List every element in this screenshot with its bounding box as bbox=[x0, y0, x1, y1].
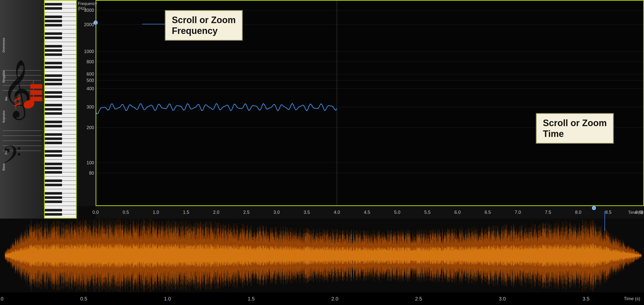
soprano-label: Soprano bbox=[2, 111, 6, 123]
time-label-spec-5.0: 5.0 bbox=[394, 210, 400, 215]
time-label-bottom-2.5: 2.5 bbox=[415, 296, 422, 302]
spectrogram-panel[interactable]: Frequency (Hz) 3000200010008006005004003… bbox=[77, 0, 644, 219]
time-label-spec-7.0: 7.0 bbox=[515, 210, 521, 215]
time-label-spec-2.5: 2.5 bbox=[243, 210, 250, 215]
time-label-spec-2.0: 2.0 bbox=[213, 210, 219, 215]
freq-label-100: 100 bbox=[87, 160, 94, 165]
bass-label: Bass bbox=[2, 163, 6, 171]
time-label-spec-3.0: 3.0 bbox=[273, 210, 280, 215]
time-label-bottom-3.0: 3.0 bbox=[499, 296, 506, 302]
time-label-spec-1.5: 1.5 bbox=[183, 210, 189, 215]
bottom-section: Time (s) 0.00.51.01.52.02.53.03.5 bbox=[0, 219, 644, 305]
waveform-display bbox=[0, 219, 644, 292]
time-axis-spectrogram[interactable]: Time (s) 0.00.51.01.52.02.53.03.54.04.55… bbox=[96, 206, 644, 219]
vertical-labels-container: Overtones Singable No Soprano Fo Bass bbox=[0, 0, 15, 219]
freq-label-80: 80 bbox=[89, 170, 94, 176]
piano-canvas[interactable] bbox=[44, 0, 77, 219]
time-label-bottom-3.5: 3.5 bbox=[583, 296, 590, 302]
time-label-spec-3.5: 3.5 bbox=[304, 210, 310, 215]
piano-panel: 𝄞 𝄢 ♯ Overtones bbox=[0, 0, 77, 219]
freq-label-2000: 2000 bbox=[84, 22, 94, 27]
main-container: 𝄞 𝄢 ♯ Overtones bbox=[0, 0, 644, 305]
frequency-tooltip-text: Scroll or Zoom Frequency bbox=[172, 15, 236, 36]
time-label-bottom-0.0: 0.0 bbox=[0, 296, 4, 302]
time-axis-bottom: Time (s) 0.00.51.01.52.02.53.03.5 bbox=[0, 292, 644, 305]
frequency-trace-path bbox=[96, 104, 337, 114]
time-label-spec-7.5: 7.5 bbox=[545, 210, 551, 215]
frequency-axis[interactable]: Frequency (Hz) 3000200010008006005004003… bbox=[77, 0, 96, 206]
time-unit-bottom: Time (s) bbox=[624, 296, 640, 301]
time-label-spec-6.5: 6.5 bbox=[485, 210, 491, 215]
no-label: No bbox=[5, 97, 8, 101]
time-label-spec-8.0: 8.0 bbox=[575, 210, 581, 215]
freq-label-200: 200 bbox=[87, 125, 94, 130]
time-pointer-dot bbox=[592, 206, 596, 210]
time-label-spec-0.0: 0.0 bbox=[92, 210, 99, 215]
singable-label: Singable bbox=[2, 70, 6, 83]
red-bar-2 bbox=[30, 90, 42, 95]
freq-label-1000: 1000 bbox=[84, 49, 94, 54]
time-label-bottom-0.5: 0.5 bbox=[80, 296, 87, 302]
time-label-spec-4.5: 4.5 bbox=[364, 210, 370, 215]
time-label-spec-1.0: 1.0 bbox=[153, 210, 159, 215]
time-label-spec-6.0: 6.0 bbox=[454, 210, 461, 215]
freq-label-600: 600 bbox=[87, 72, 94, 77]
time-label-spec-0.5: 0.5 bbox=[123, 210, 129, 215]
time-label-bottom-1.0: 1.0 bbox=[164, 296, 171, 302]
red-bar-3 bbox=[30, 97, 42, 101]
red-bar-1 bbox=[30, 84, 42, 89]
fo-label: Fo bbox=[5, 151, 8, 155]
freq-label-500: 500 bbox=[87, 78, 94, 83]
freq-label-300: 300 bbox=[87, 105, 94, 110]
time-tooltip-line bbox=[605, 211, 605, 231]
time-label-bottom-1.5: 1.5 bbox=[248, 296, 255, 302]
time-tooltip-text: Scroll or Zoom Time bbox=[543, 118, 607, 139]
time-label-spec-8.5: 8.5 bbox=[605, 210, 612, 215]
frequency-tooltip: Scroll or Zoom Frequency bbox=[165, 10, 243, 41]
waveform-panel[interactable] bbox=[0, 219, 644, 292]
time-tooltip: Scroll or Zoom Time bbox=[536, 113, 614, 144]
time-label-spec-4.0: 4.0 bbox=[334, 210, 340, 215]
frequency-pointer-dot bbox=[94, 21, 98, 25]
time-label-spec-9.5: 9.5 bbox=[641, 210, 644, 215]
freq-label-800: 800 bbox=[87, 59, 94, 65]
top-section: 𝄞 𝄢 ♯ Overtones bbox=[0, 0, 644, 219]
music-notation: 𝄞 𝄢 ♯ Overtones bbox=[0, 0, 44, 219]
time-label-bottom-2.0: 2.0 bbox=[331, 296, 338, 302]
freq-label-3000: 3000 bbox=[84, 8, 94, 13]
freq-label-400: 400 bbox=[87, 86, 94, 91]
overtones-label: Overtones bbox=[2, 38, 6, 53]
time-label-spec-5.5: 5.5 bbox=[424, 210, 430, 215]
